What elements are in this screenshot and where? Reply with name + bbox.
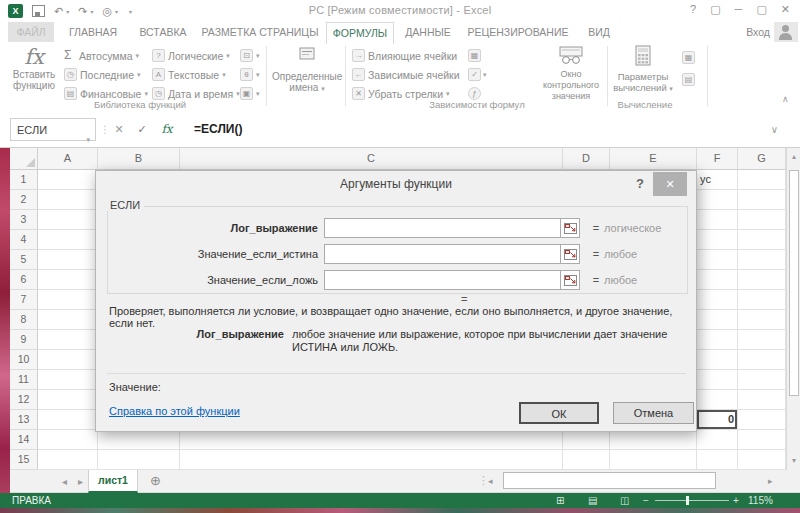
help-on-function-link[interactable]: Справка по этой функции [109,405,240,417]
zoom-slider[interactable] [655,500,729,501]
column-header-F[interactable]: F [697,148,738,170]
value-if-true-input[interactable] [324,244,561,264]
row-header-3[interactable]: 3 [10,210,38,230]
cell-A5[interactable] [38,250,98,270]
expand-formula-bar-icon[interactable]: ∨ [771,118,778,141]
insert-function-button[interactable]: fx Вставить функцию [10,45,58,91]
column-header-A[interactable]: A [38,148,98,170]
scroll-down-icon[interactable]: ▾ [787,456,800,465]
tab-vstavka[interactable]: ВСТАВКА [132,22,194,42]
cell-A2[interactable] [38,190,98,210]
horizontal-scrollbar-thumb[interactable] [503,472,716,489]
formula-bar-drag-handle[interactable]: ⋮ [100,118,110,141]
insert-function-fx-icon[interactable]: fx [158,118,176,141]
calculate-sheet-button[interactable]: ▤ [682,73,695,86]
row-header-10[interactable]: 10 [10,350,38,370]
cell-G5[interactable] [738,250,786,270]
row-header-2[interactable]: 2 [10,190,38,210]
enter-entry-icon[interactable]: ✓ [133,118,151,141]
column-header-B[interactable]: B [98,148,180,170]
cell-F2[interactable] [697,190,738,210]
cell-A14[interactable] [38,430,98,450]
more-functions-button[interactable]: ▣▾ [240,85,260,102]
sheet-tab-list1[interactable]: лист1 [88,470,138,493]
cell-F13[interactable]: 0 [697,410,738,430]
cell-A8[interactable] [38,310,98,330]
help-icon[interactable]: ? [690,3,696,16]
ok-button[interactable]: ОК [519,402,599,424]
cell-G7[interactable] [738,290,786,310]
tab-dannye[interactable]: ДАННЫЕ [398,22,458,42]
trace-dependents-button[interactable]: ← Зависимые ячейки [352,66,460,83]
collapse-ribbon-icon[interactable]: ∧ [782,94,789,104]
dialog-help-icon[interactable]: ? [636,176,644,191]
range-selector-icon[interactable] [561,218,580,238]
trace-precedents-button[interactable]: → Влияющие ячейки [352,47,457,64]
calculation-options-button[interactable]: Параметры вычислений ▾ [612,45,674,94]
cell-A9[interactable] [38,330,98,350]
dialog-title[interactable]: Аргументы функции [96,171,696,198]
cell-F6[interactable] [697,270,738,290]
cell-E14[interactable] [610,430,697,450]
hscroll-right-icon[interactable]: ▸ [768,470,773,493]
cell-C14[interactable] [180,430,563,450]
cell-F1[interactable]: ус [697,170,738,190]
cell-G15[interactable] [738,450,786,470]
range-selector-icon[interactable] [561,244,580,264]
cell-B15[interactable] [98,450,180,470]
logical-test-input[interactable] [324,218,561,238]
cell-F12[interactable] [697,390,738,410]
cell-B14[interactable] [98,430,180,450]
zoom-slider-thumb[interactable] [686,496,689,505]
vertical-scrollbar-thumb[interactable] [789,170,799,396]
page-break-view-icon[interactable]: ◫ [620,493,629,508]
row-header-11[interactable]: 11 [10,370,38,390]
row-header-9[interactable]: 9 [10,330,38,350]
cell-C15[interactable] [180,450,563,470]
tab-vid[interactable]: ВИД [578,22,620,42]
cancel-button[interactable]: Отмена [613,402,694,424]
row-header-15[interactable]: 15 [10,450,38,470]
cell-G11[interactable] [738,370,786,390]
cell-A15[interactable] [38,450,98,470]
error-checking-button[interactable]: ✓▾ [468,68,487,81]
add-sheet-icon[interactable]: ⊕ [150,473,161,488]
cell-G9[interactable] [738,330,786,350]
scroll-up-icon[interactable]: ▴ [787,152,800,161]
cell-F15[interactable] [697,450,738,470]
zoom-in-icon[interactable]: + [733,493,739,508]
avatar-icon[interactable] [774,22,798,42]
name-box[interactable]: ЕСЛИ ▾ [10,118,96,141]
next-sheet-icon[interactable]: ▸ [78,470,83,493]
logical-button[interactable]: ? Логические▾ [152,47,230,64]
cell-A3[interactable] [38,210,98,230]
cell-G14[interactable] [738,430,786,450]
cell-A12[interactable] [38,390,98,410]
dialog-close-icon[interactable]: ✕ [653,172,687,196]
cell-F11[interactable] [697,370,738,390]
select-all-corner[interactable] [10,148,38,170]
column-header-C[interactable]: C [180,148,563,170]
formula-input[interactable]: =ЕСЛИ() [194,118,242,141]
cell-G12[interactable] [738,390,786,410]
cell-F9[interactable] [697,330,738,350]
minimize-icon[interactable]: ─ [735,3,743,16]
cell-A13[interactable] [38,410,98,430]
row-header-6[interactable]: 6 [10,270,38,290]
cell-E15[interactable] [610,450,697,470]
normal-view-icon[interactable]: ⊞ [556,493,564,508]
row-header-4[interactable]: 4 [10,230,38,250]
row-header-5[interactable]: 5 [10,250,38,270]
cell-A4[interactable] [38,230,98,250]
page-layout-view-icon[interactable]: ▤ [588,493,597,508]
close-icon[interactable]: ✕ [781,3,790,16]
cell-F3[interactable] [697,210,738,230]
column-header-E[interactable]: E [610,148,697,170]
zoom-level[interactable]: 115% [748,493,773,508]
show-formulas-button[interactable]: ▦ [468,49,481,62]
tab-file[interactable]: ФАЙЛ [8,22,54,42]
cancel-entry-icon[interactable]: ✕ [110,118,128,141]
cell-F5[interactable] [697,250,738,270]
range-selector-icon[interactable] [561,270,580,290]
cell-F4[interactable] [697,230,738,250]
